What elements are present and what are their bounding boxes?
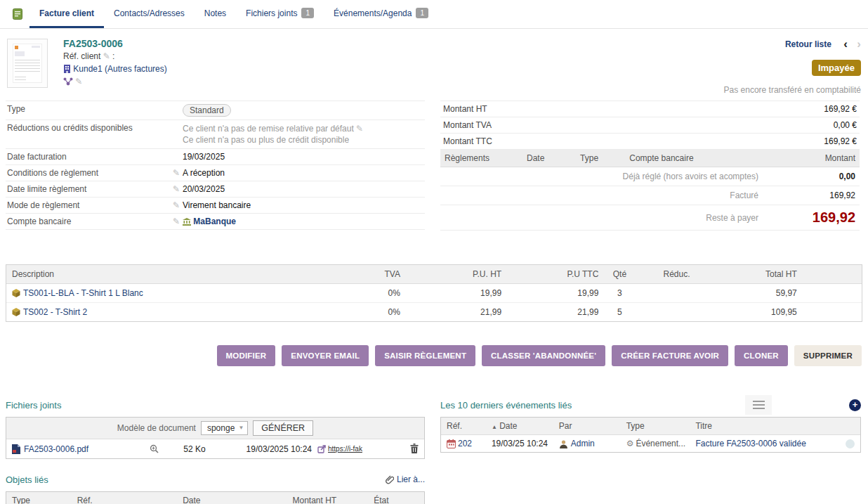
lines-header: P.U. HT xyxy=(400,269,501,279)
create-credit-note-button[interactable]: CRÉER FACTURE AVOIR xyxy=(612,345,728,366)
amount-label: Montant HT xyxy=(440,101,687,117)
events-header[interactable]: Type xyxy=(626,421,696,431)
attachments-table: Modèle de document sponge ▼ GÉNÉRER FA25… xyxy=(6,417,425,459)
edit-icon[interactable]: ✎ xyxy=(75,77,82,86)
invoice-fields: Type Standard Réductions ou crédits disp… xyxy=(0,99,868,231)
field-label: Mode de règlement xyxy=(6,198,166,214)
linked-header: Réf. xyxy=(77,496,183,504)
billed-label: Facturé xyxy=(445,190,778,200)
payments-header: Type xyxy=(580,153,629,163)
events-header-date[interactable]: ▲ Date xyxy=(492,421,559,431)
tab-fichiers-joints[interactable]: Fichiers joints 1 xyxy=(236,0,324,28)
product-link[interactable]: TS001-L-BLA - T-Shirt 1 L Blanc xyxy=(23,288,143,298)
tab-notes[interactable]: Notes xyxy=(195,0,236,28)
product-line-row: TS001-L-BLA - T-Shirt 1 L Blanc 0% 19,99… xyxy=(6,284,862,303)
edit-icon[interactable]: ✎ xyxy=(103,51,110,61)
events-header[interactable]: Réf. xyxy=(447,421,492,431)
share-url[interactable]: https://i-fak xyxy=(328,445,362,453)
modify-button[interactable]: MODIFIER xyxy=(217,345,276,366)
bank-account-link[interactable]: MaBanque xyxy=(193,217,236,226)
payment-terms-value: A réception xyxy=(181,165,425,181)
prev-record-icon[interactable]: ‹ xyxy=(843,37,848,51)
events-header[interactable]: Par xyxy=(559,421,626,431)
delete-button[interactable]: SUPPRIMER xyxy=(794,345,862,366)
events-header[interactable]: Titre xyxy=(695,421,855,431)
remain-to-pay-label: Reste à payer xyxy=(445,213,778,223)
action-buttons-bar: MODIFIER ENVOYER EMAIL SAISIR RÈGLEMENT … xyxy=(0,345,862,366)
event-row: 202 19/03/25 10:24 Admin ⚙ Événement... … xyxy=(441,435,860,452)
events-header: Date xyxy=(499,421,517,431)
line-total-ht: 59,97 xyxy=(713,288,797,298)
add-event-icon[interactable]: + xyxy=(849,399,861,411)
edit-icon[interactable]: ✎ xyxy=(173,184,180,194)
document-preview-thumbnail[interactable] xyxy=(7,39,48,88)
line-total-ht: 109,95 xyxy=(713,307,797,317)
tab-count-badge: 1 xyxy=(416,8,428,18)
edit-icon[interactable]: ✎ xyxy=(356,124,363,134)
file-size: 52 Ko xyxy=(166,444,223,454)
tab-label: Événements/Agenda xyxy=(334,8,412,18)
linked-objects-table: Type Réf. Date Montant HT État Aucun xyxy=(6,491,425,504)
linked-objects-header-row: Type Réf. Date Montant HT État xyxy=(6,492,424,504)
edit-icon[interactable]: ✎ xyxy=(173,217,180,226)
amount-row-ht: Montant HT 169,92 € xyxy=(440,101,860,117)
user-avatar-icon xyxy=(559,439,568,448)
amount-label: Montant TVA xyxy=(440,117,687,134)
gear-icon: ⚙ xyxy=(626,439,634,448)
tab-evenements-agenda[interactable]: Événements/Agenda 1 xyxy=(324,0,438,28)
enter-payment-button[interactable]: SAISIR RÈGLEMENT xyxy=(375,345,475,366)
already-paid-label: Déjà réglé (hors avoirs et acomptes) xyxy=(445,172,778,181)
event-ref-link[interactable]: 202 xyxy=(458,439,472,448)
event-user-link[interactable]: Admin xyxy=(571,439,595,448)
generate-button[interactable]: GÉNÉRER xyxy=(253,420,313,436)
field-label: Compte bancaire xyxy=(6,214,166,230)
billed-value: 169,92 xyxy=(778,190,855,200)
classify-abandoned-button[interactable]: CLASSER 'ABANDONNÉE' xyxy=(482,345,605,366)
back-to-list-link[interactable]: Retour liste xyxy=(785,39,831,49)
linked-objects-title: Objets liés xyxy=(6,474,48,485)
chevron-down-icon: ▼ xyxy=(238,425,244,431)
product-link[interactable]: TS002 - T-Shirt 2 xyxy=(23,307,87,317)
edit-icon[interactable]: ✎ xyxy=(173,200,180,210)
product-cube-icon xyxy=(12,308,20,316)
lines-header: Total HT xyxy=(713,269,797,279)
lines-header: Réduc. xyxy=(640,269,712,279)
colon: : xyxy=(112,51,114,61)
link-to-action[interactable]: Lier à... xyxy=(386,474,425,484)
field-label: Réductions ou crédits disponibles xyxy=(6,120,166,149)
invoice-date-value: 19/03/2025 xyxy=(181,149,425,165)
send-email-button[interactable]: ENVOYER EMAIL xyxy=(282,345,369,366)
project-sitemap-icon[interactable] xyxy=(63,77,73,86)
customer-link[interactable]: Kunde1 xyxy=(73,64,102,74)
customer-note: (Autres factures) xyxy=(105,64,167,74)
payment-mode-value: Virement bancaire xyxy=(181,198,425,214)
attachment-file-link[interactable]: FA2503-0006.pdf xyxy=(24,444,88,454)
already-paid-row: Déjà réglé (hors avoirs et acomptes) 0,0… xyxy=(440,167,860,186)
tab-label: Fichiers joints xyxy=(246,8,297,18)
doc-model-select[interactable]: sponge ▼ xyxy=(201,421,248,435)
next-record-icon: › xyxy=(857,37,861,51)
lines-header: TVA xyxy=(350,269,400,279)
invoice-banner: FA2503-0006 Réf. client ✎ : Kunde1 (Autr… xyxy=(0,29,868,99)
clone-button[interactable]: CLONER xyxy=(735,345,788,366)
linked-header: Date xyxy=(183,496,292,504)
tab-facture-client[interactable]: Facture client xyxy=(29,0,104,28)
list-view-icon[interactable] xyxy=(745,395,772,415)
external-link-icon[interactable] xyxy=(317,445,326,453)
product-line-row: TS002 - T-Shirt 2 0% 21,99 21,99 5 109,9… xyxy=(6,303,862,321)
field-row-payment-terms: Conditions de règlement ✎ A réception xyxy=(6,165,425,181)
tab-label: Facture client xyxy=(39,8,94,18)
link-to-label: Lier à... xyxy=(397,474,425,484)
line-qty: 3 xyxy=(598,288,640,298)
product-cube-icon xyxy=(12,289,20,297)
event-status-dot xyxy=(846,439,855,448)
zoom-preview-icon[interactable] xyxy=(150,444,159,453)
field-label: Date facturation xyxy=(6,149,166,165)
line-qty: 5 xyxy=(598,307,640,317)
tab-contacts-adresses[interactable]: Contacts/Adresses xyxy=(104,0,195,28)
remain-to-pay-value: 169,92 xyxy=(778,209,855,226)
event-title-link[interactable]: Facture FA2503-0006 validée xyxy=(695,439,805,448)
trash-icon[interactable] xyxy=(410,444,419,453)
edit-icon[interactable]: ✎ xyxy=(173,168,180,178)
events-title: Les 10 derniers événements liés xyxy=(440,400,572,411)
